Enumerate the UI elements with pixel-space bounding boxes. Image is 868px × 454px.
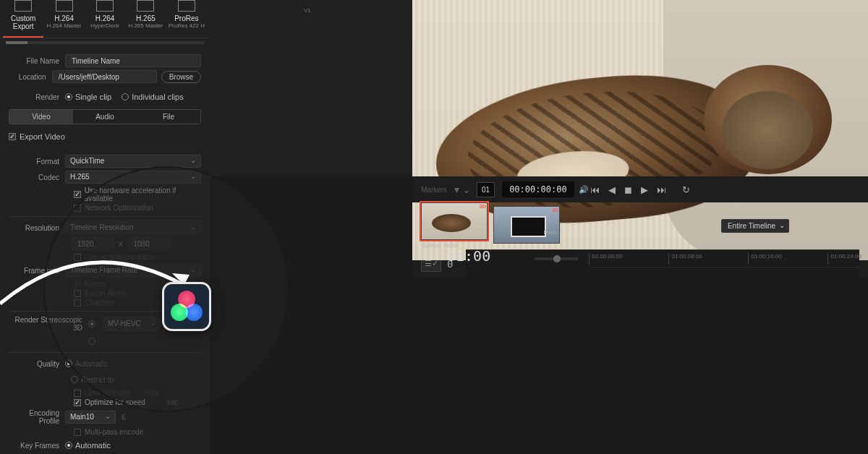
encoding-label: Encoding Profile <box>9 409 65 425</box>
export-presets: Custom Export H.264H.264 Master H.264Hyp… <box>0 0 210 38</box>
track-label: V1 <box>304 7 311 14</box>
stereo3d-alt-radio[interactable] <box>88 338 95 345</box>
keyframes-auto-radio[interactable] <box>65 442 72 449</box>
vertical-check[interactable] <box>74 254 81 261</box>
render-label: Render <box>9 93 65 101</box>
timeline-ruler[interactable]: 01:00:00:00 01:00:08:00 01:00:16:00 01:0… <box>589 250 859 267</box>
multipass-check[interactable] <box>74 429 81 436</box>
stereo3d-select[interactable]: MV-HEVC <box>103 317 161 330</box>
limit-check[interactable] <box>74 390 81 397</box>
res-width-input[interactable] <box>71 237 114 250</box>
individual-clips-radio[interactable] <box>122 93 129 100</box>
viewer-timecode: 01:00 <box>447 247 490 265</box>
location-label: Location <box>9 73 52 81</box>
timeline-zoom-slider[interactable] <box>535 257 578 260</box>
keyframes-label: Key Frames <box>9 442 65 450</box>
transport-controls: ⏮ ◀ ◼ ▶ ⏭ ↻ <box>590 184 690 195</box>
markers-label: Markers <box>421 186 447 194</box>
single-clip-radio[interactable] <box>65 93 72 100</box>
clip-thumb-photo[interactable]: 3D Photo <box>493 206 560 245</box>
loop-button[interactable]: ↻ <box>682 184 690 195</box>
framerate-select[interactable]: Timeline Frame Rate <box>65 264 201 277</box>
single-clip-text: Single clip <box>75 93 111 101</box>
stop-button[interactable]: ◼ <box>624 184 632 195</box>
optimize-check[interactable] <box>74 399 81 406</box>
codec-label: Codec <box>9 174 65 181</box>
browse-button[interactable]: Browse <box>161 71 201 83</box>
hw-accel-check[interactable] <box>74 191 81 198</box>
source-timecode: 00:00:00:00 <box>502 181 574 197</box>
preset-prores[interactable]: ProResProRes 422 H <box>166 0 207 38</box>
thumb-number-badge: 01 <box>477 182 495 197</box>
chapters-check[interactable] <box>74 299 81 307</box>
tab-audio[interactable]: Audio <box>73 110 137 124</box>
filename-input[interactable] <box>65 54 201 67</box>
stereo3d-mvhevc-radio[interactable] <box>88 320 95 327</box>
location-input[interactable] <box>52 70 157 83</box>
export-alpha-check[interactable] <box>74 290 81 297</box>
tab-file[interactable]: File <box>137 110 200 124</box>
preset-h265[interactable]: H.265H.265 Master <box>125 0 166 38</box>
format-label: Format <box>9 158 65 166</box>
first-frame-button[interactable]: ⏮ <box>590 184 600 195</box>
stereo3d-label: Render Stereoscopic 3D <box>9 316 88 332</box>
framerate-label: Frame rate <box>9 267 65 275</box>
speaker-icon[interactable]: 🔊 <box>579 185 589 194</box>
quality-restrict-radio[interactable] <box>71 376 78 383</box>
resolution-select[interactable]: Timeline Resolution <box>65 221 201 234</box>
format-select[interactable]: QuickTime <box>65 155 201 168</box>
play-reverse-button[interactable]: ◀ <box>608 184 616 195</box>
preset-scrollbar[interactable] <box>6 41 204 44</box>
last-frame-button[interactable]: ⏭ <box>657 184 666 195</box>
tab-video[interactable]: Video <box>9 110 73 124</box>
filename-label: File Name <box>9 57 65 65</box>
play-button[interactable]: ▶ <box>641 184 648 195</box>
export-video-label: Export Video <box>20 132 65 141</box>
codec-select[interactable]: H.265 <box>65 171 201 184</box>
main-area: 01:00 Markers ▾ ⌄ 01 00:00:00:00 🔊 ⏮ ◀ ◼… <box>210 0 868 454</box>
davinci-resolve-app-icon <box>162 282 211 331</box>
network-check[interactable] <box>74 205 81 212</box>
clip-thumb-spatial[interactable]: 3D Spatial Video <box>421 202 488 249</box>
render-range-select[interactable]: Entire Timeline <box>721 219 789 233</box>
markers-icon[interactable]: ▾ ⌄ <box>454 184 471 195</box>
deliver-sidebar: Custom Export H.264H.264 Master H.264Hyp… <box>0 0 210 454</box>
vertical-label: Use vertical resolution <box>85 253 156 261</box>
quality-auto-radio[interactable] <box>65 360 72 367</box>
individual-clips-text: Individual clips <box>132 93 184 101</box>
resolution-label: Resolution <box>9 224 65 232</box>
export-video-check[interactable] <box>9 133 16 140</box>
hw-accel-label: Use hardware acceleration if available <box>85 187 201 202</box>
quality-label: Quality <box>9 360 65 368</box>
encoding-select[interactable]: Main10 <box>65 411 116 424</box>
settings-tabs: Video Audio File <box>9 109 201 124</box>
framerate-sub: 24 frames <box>74 280 106 288</box>
network-label: Network Optimization <box>85 204 153 212</box>
preset-hyperdeck[interactable]: H.264HyperDeck <box>85 0 125 38</box>
res-height-input[interactable] <box>127 237 171 250</box>
preset-h264[interactable]: H.264H.264 Master <box>43 0 84 38</box>
preset-custom[interactable]: Custom Export <box>3 0 43 38</box>
